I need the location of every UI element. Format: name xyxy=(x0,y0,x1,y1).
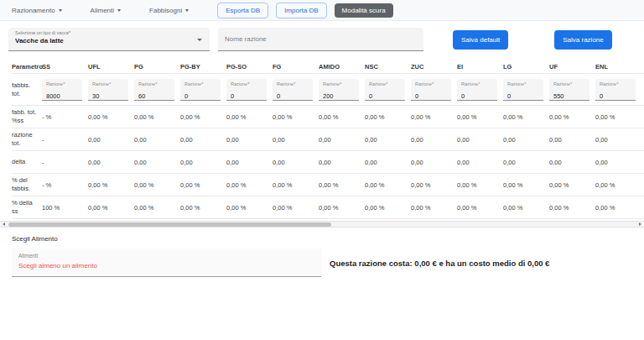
value-cell-ss: - % xyxy=(42,113,88,121)
scrollbar-thumb[interactable] xyxy=(8,222,331,227)
ration-name-input[interactable] xyxy=(225,35,417,43)
scroll-left-icon[interactable] xyxy=(3,222,5,226)
ration-form: Seleziona un tipo di vacca* Vacche da la… xyxy=(0,21,644,51)
ration-table: ParametroSSUFLPGPG-BYPG-SOFGAMIDONSCZUCE… xyxy=(0,51,644,219)
value-cell-pg: 0,00 % xyxy=(134,113,180,121)
cow-type-select-label: Seleziona un tipo di vacca* xyxy=(15,30,205,35)
cow-type-select[interactable]: Seleziona un tipo di vacca* Vacche da la… xyxy=(8,28,210,51)
value-cell-uf: 0,00 % xyxy=(549,113,595,121)
row-label: fabbis. tot. xyxy=(12,81,42,98)
razione-input-amido[interactable] xyxy=(319,92,359,100)
razione-input-pg[interactable] xyxy=(134,92,174,100)
value-cell-ss: 100 % xyxy=(42,204,88,212)
razione-input-label: Razione* xyxy=(134,79,174,86)
horizontal-scrollbar[interactable] xyxy=(0,221,644,228)
value-cell-uf: 0,00 % xyxy=(549,204,595,212)
value-cell-uf: 0,00 % xyxy=(549,181,595,189)
feed-select-label: Alimenti xyxy=(18,253,321,259)
value-cell-enl: 0,00 % xyxy=(595,204,641,212)
value-cell-pg-so: 0,00 % xyxy=(226,181,273,189)
razione-input-enl[interactable] xyxy=(595,92,636,100)
value-cell-pg: 0,00 % xyxy=(134,181,180,189)
razione-input-pg-by[interactable] xyxy=(180,92,221,100)
column-header-fg: FG xyxy=(273,63,319,71)
razione-input-uf[interactable] xyxy=(549,92,589,100)
save-default-button[interactable]: Salva default xyxy=(453,30,508,50)
value-cell-ei: 0,00 xyxy=(457,159,503,166)
value-cell-nsc: 0,00 xyxy=(365,159,411,166)
value-cell-fg: 0,00 xyxy=(273,159,319,166)
value-cell-pg-by: 0,00 % xyxy=(180,204,226,212)
value-cell-ufl: 0,00 xyxy=(88,136,134,144)
value-cell-pg: 0,00 % xyxy=(134,204,180,212)
input-cell: Razione* xyxy=(411,79,457,101)
input-cell: Razione* xyxy=(273,79,319,101)
razione-input-zuc[interactable] xyxy=(411,92,451,100)
input-cell: Razione* xyxy=(180,79,226,101)
razione-field-ei: Razione* xyxy=(457,79,497,101)
column-header-ss: SS xyxy=(42,63,88,71)
value-cell-zuc: 0,00 xyxy=(411,159,457,166)
row-label: razione tot. xyxy=(12,131,42,148)
value-cell-pg-by: 0,00 % xyxy=(180,181,226,189)
razione-input-ufl[interactable] xyxy=(88,92,128,100)
razione-input-ss[interactable] xyxy=(42,92,82,100)
input-cell: Razione* xyxy=(134,79,180,101)
razione-field-ufl: Razione* xyxy=(88,79,128,101)
value-cell-lg: 0,00 % xyxy=(503,181,549,189)
column-header-amido: AMIDO xyxy=(319,63,365,71)
value-cell-amido: 0,00 % xyxy=(319,113,365,121)
value-cell-ufl: 0,00 xyxy=(88,159,134,166)
value-cell-amido: 0,00 xyxy=(319,136,365,144)
import-db-button[interactable]: Importa DB xyxy=(276,3,326,18)
razione-input-fg[interactable] xyxy=(273,92,313,100)
column-header-pg-so: PG-SO xyxy=(226,63,273,71)
value-cell-enl: 0,00 xyxy=(595,159,641,166)
feed-select-field[interactable]: Alimenti Scegli almeno un alimento xyxy=(12,248,321,277)
column-header-lg: LG xyxy=(503,63,549,71)
value-cell-amido: 0,00 xyxy=(319,159,365,166)
export-db-button[interactable]: Esporta DB xyxy=(217,3,268,18)
value-cell-enl: 0,00 % xyxy=(595,181,641,189)
table-row: fabbis. tot.Razione*Razione*Razione*Razi… xyxy=(12,74,644,106)
chevron-down-icon xyxy=(185,9,189,12)
row-label: delta xyxy=(12,158,42,166)
nav-razionamento[interactable]: Razionamento xyxy=(12,7,62,14)
save-ration-button[interactable]: Salva razione xyxy=(554,30,611,50)
nav-razionamento-label: Razionamento xyxy=(12,7,55,14)
feed-row: Alimenti Scegli almeno un alimento Quest… xyxy=(12,248,644,277)
razione-field-pg-by: Razione* xyxy=(180,79,221,101)
nav-fabbisogni[interactable]: Fabbisogni xyxy=(149,7,189,14)
input-cell: Razione* xyxy=(226,79,273,101)
ration-cost-text: Questa razione costa: 0,00 € e ha un cos… xyxy=(330,259,549,268)
dark-mode-button[interactable]: Modalità scura xyxy=(335,3,393,18)
value-cell-amido: 0,00 % xyxy=(319,181,365,189)
scroll-right-icon[interactable] xyxy=(639,222,641,226)
razione-input-pg-so[interactable] xyxy=(226,92,267,100)
razione-field-lg: Razione* xyxy=(503,79,543,101)
value-cell-pg-by: 0,00 % xyxy=(180,113,226,121)
value-cell-pg-so: 0,00 xyxy=(226,136,273,144)
table-row: % del fabbis.- %0,00 %0,00 %0,00 %0,00 %… xyxy=(12,174,644,196)
column-header-parametro: Parametro xyxy=(12,63,42,71)
razione-input-label: Razione* xyxy=(42,79,82,86)
razione-field-nsc: Razione* xyxy=(365,79,405,101)
razione-input-lg[interactable] xyxy=(503,92,543,100)
value-cell-lg: 0,00 % xyxy=(503,204,549,212)
value-cell-nsc: 0,00 % xyxy=(365,113,411,121)
value-cell-uf: 0,00 xyxy=(549,136,595,144)
razione-field-fg: Razione* xyxy=(273,79,313,101)
razione-input-ei[interactable] xyxy=(457,92,497,100)
value-cell-uf: 0,00 xyxy=(549,159,595,166)
table-row: delta-0,000,000,000,000,000,000,000,000,… xyxy=(12,151,644,174)
nav-alimenti[interactable]: Alimenti xyxy=(91,7,121,14)
ration-name-field xyxy=(218,28,423,51)
input-cell: Razione* xyxy=(365,79,411,101)
razione-input-nsc[interactable] xyxy=(365,92,405,100)
razione-field-uf: Razione* xyxy=(549,79,589,101)
razione-input-label: Razione* xyxy=(595,79,636,86)
value-cell-pg-so: 0,00 % xyxy=(226,113,273,121)
value-cell-zuc: 0,00 % xyxy=(411,204,457,212)
row-label: % della ss xyxy=(12,199,42,216)
value-cell-nsc: 0,00 % xyxy=(365,204,411,212)
